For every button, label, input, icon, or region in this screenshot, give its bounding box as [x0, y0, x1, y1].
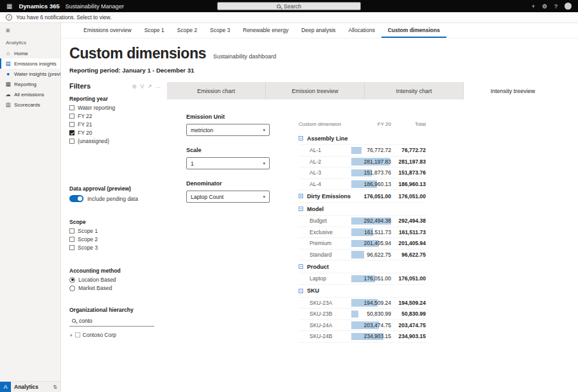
dimension-label: Exclusive [310, 229, 333, 235]
filter-scope-scope-3[interactable]: Scope 3 [69, 244, 161, 251]
sidebar-item-home[interactable]: ⌂Home [0, 48, 60, 58]
selected-value: Laptop Count [191, 194, 223, 200]
fy20-cell: 176,051.00 [351, 273, 391, 284]
sidebar-item-reporting[interactable]: ▦Reporting [0, 79, 60, 89]
accounting-market-based[interactable]: Market Based [69, 285, 161, 291]
nav-tab-allocations[interactable]: Allocations [342, 23, 381, 38]
filter-year-fy-22[interactable]: FY 22 [69, 113, 161, 119]
radio-button[interactable] [69, 277, 75, 283]
matrix-data-row: Laptop176,051.00176,051.00 [299, 273, 426, 285]
global-search[interactable]: Search [217, 2, 361, 10]
filter-year-water-reporting[interactable]: Water reporting [69, 105, 161, 111]
more-options-icon[interactable]: … [156, 83, 161, 89]
filter-section-data-approval: Data approval (preview) Include pending … [69, 185, 161, 202]
search-icon [72, 319, 76, 323]
app-name[interactable]: Sustainability Manager [66, 3, 124, 10]
matrix-table: Custom dimension FY 20 Total Assembly Li… [299, 121, 426, 392]
collapse-icon[interactable] [299, 264, 303, 269]
nav-tab-deep-analysis[interactable]: Deep analysis [295, 23, 342, 38]
app-launcher-icon[interactable]: ▦ [6, 3, 12, 10]
fy20-cell: 203,474.75 [351, 320, 391, 331]
dimension-label: SKU-24B [310, 333, 332, 339]
fy20-cell: 50,830.99 [351, 309, 391, 320]
report-tab-emission-chart[interactable]: Emission chart [167, 82, 266, 99]
collapse-icon[interactable] [299, 207, 303, 211]
radio-button[interactable] [69, 285, 75, 291]
nav-tab-renewable-energy[interactable]: Renewable energy [236, 23, 295, 38]
accounting-location-based[interactable]: Location Based [69, 277, 161, 283]
checkbox[interactable] [69, 122, 74, 127]
dimension-cell: AL-1 [299, 147, 351, 153]
nav-tab-scope-2[interactable]: Scope 2 [171, 23, 204, 38]
checkbox[interactable] [69, 228, 74, 234]
brand-title[interactable]: Dynamics 365 [19, 3, 59, 10]
avatar[interactable] [565, 3, 572, 10]
total-cell: 161,511.73 [391, 229, 426, 235]
filter-year-fy-20[interactable]: FY 20 [69, 130, 161, 136]
filter-scope-scope-2[interactable]: Scope 2 [69, 236, 161, 243]
nav-tab-custom-dimensions[interactable]: Custom dimensions [381, 23, 446, 38]
checkbox[interactable] [69, 105, 74, 110]
sidebar-item-water-insights-previ[interactable]: ●Water insights (previ... [0, 69, 60, 79]
sidebar-item-all-emissions[interactable]: ☁All emissions [0, 89, 60, 99]
dimension-label: AL-4 [310, 181, 321, 187]
nav-tab-scope-1[interactable]: Scope 1 [138, 23, 171, 38]
report-tab-emission-treeview[interactable]: Emission treeview [266, 82, 365, 99]
org-tree-item-contoso-corp[interactable]: ▾Contoso Corp [69, 332, 161, 338]
fy20-cell: 96,622.75 [351, 250, 391, 260]
dimension-cell: SKU-24A [299, 322, 351, 328]
checkbox[interactable] [69, 139, 74, 144]
notification-bar[interactable]: i You have 6 notifications. Select to vi… [0, 12, 578, 23]
dimension-label: AL-1 [310, 147, 321, 153]
matrix-data-row: SKU-24B234,903.15234,903.15 [299, 331, 426, 343]
fy20-cell: 292,494.38 [351, 216, 391, 226]
report-tab-intensity-treeview[interactable]: Intensity treeview [464, 82, 562, 99]
nav-tab-emissions-overview[interactable]: Emissions overview [77, 23, 138, 38]
dimension-label: SKU [307, 287, 319, 294]
checkbox[interactable] [69, 245, 74, 250]
scale-dropdown[interactable]: 1▾ [186, 157, 270, 169]
filter-year-fy-21[interactable]: FY 21 [69, 121, 161, 128]
filter-year-unassigned[interactable]: (unassigned) [69, 138, 161, 144]
report-panel: Emission Unitmetricton▾Scale1▾Denominato… [167, 99, 562, 392]
chevron-down-icon[interactable]: ▾ [70, 333, 73, 337]
report-tabs: Emission chartEmission treeviewIntensity… [167, 82, 562, 99]
dimension-cell: Assembly Line [299, 135, 351, 142]
matrix-rows: Assembly LineAL-176,772.7276,772.72AL-22… [299, 132, 426, 343]
fy20-value: 292,494.38 [363, 217, 391, 224]
info-icon: i [6, 14, 12, 21]
control-label: Scale [186, 147, 299, 153]
hamburger-menu-icon[interactable]: ≡ [0, 23, 60, 37]
collapse-icon[interactable] [299, 136, 303, 141]
checkbox[interactable] [69, 114, 74, 119]
expand-icon[interactable] [299, 194, 303, 198]
denominator-dropdown[interactable]: Laptop Count▾ [186, 191, 270, 203]
org-search-input[interactable]: conto [69, 316, 154, 327]
checkbox[interactable] [69, 130, 74, 135]
matrix-group-row: Product [299, 260, 426, 273]
add-icon[interactable]: + [532, 3, 535, 10]
checkbox[interactable] [69, 237, 74, 242]
area-switcher[interactable]: A Analytics ⇅ [0, 381, 60, 392]
matrix-data-row: SKU-24A203,474.75203,474.75 [299, 320, 426, 332]
gear-icon[interactable]: ⚙ [542, 3, 547, 10]
nav-tab-scope-3[interactable]: Scope 3 [204, 23, 236, 38]
sidebar-item-scorecards[interactable]: ▥Scorecards [0, 99, 60, 110]
filter-scope-scope-1[interactable]: Scope 1 [69, 228, 161, 234]
report-tab-intensity-chart[interactable]: Intensity chart [365, 82, 464, 99]
collapse-icon[interactable] [299, 289, 303, 293]
control-scale: Scale1▾ [186, 147, 299, 169]
checkbox[interactable] [75, 332, 80, 337]
fy20-cell: 186,960.13 [351, 179, 391, 190]
sidebar-item-emissions-insights[interactable]: ▤Emissions insights [0, 58, 60, 69]
dimension-cell: SKU-23B [299, 311, 351, 317]
tree-item-label: Contoso Corp [83, 332, 116, 338]
expand-icon[interactable]: ↗ [148, 83, 152, 89]
emission-unit-dropdown[interactable]: metricton▾ [186, 124, 270, 136]
org-tree: ▾Contoso Corp [69, 332, 161, 338]
reset-filters-icon[interactable]: ◎ [132, 83, 137, 89]
help-icon[interactable]: ? [554, 3, 557, 10]
include-pending-toggle[interactable] [69, 195, 83, 202]
matrix-data-row: Premium201,405.94201,405.94 [299, 238, 426, 250]
funnel-icon[interactable]: ▽ [140, 83, 144, 89]
